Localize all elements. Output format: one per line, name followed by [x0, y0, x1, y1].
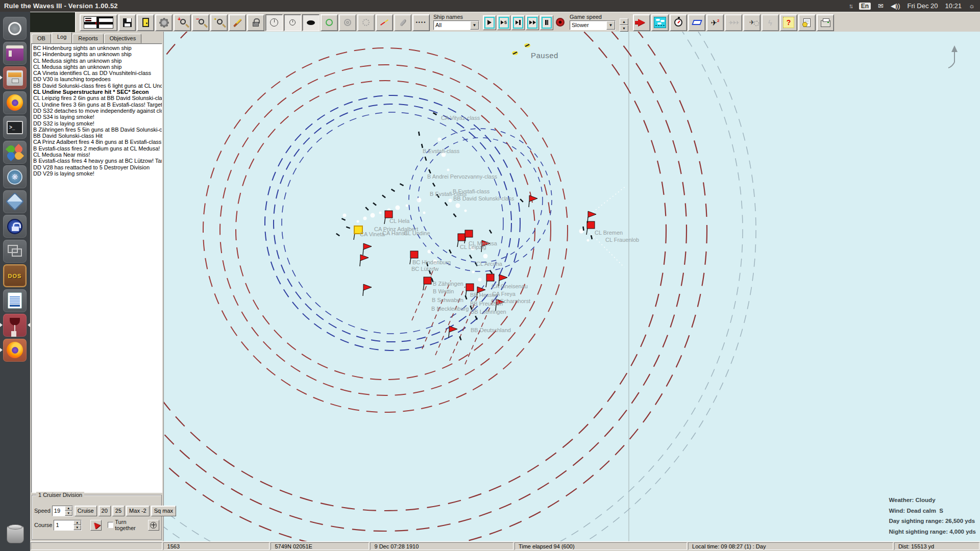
- launcher-item-shutter[interactable]: ❋: [3, 165, 27, 188]
- dotted-circle-button[interactable]: [357, 14, 375, 31]
- launcher-item-workspaces[interactable]: [3, 240, 27, 263]
- air-formation-button[interactable]: ✈✈✈: [725, 14, 742, 31]
- log-entry[interactable]: BC Hindenburg sights an unknown ship: [33, 45, 162, 51]
- report-button[interactable]: [798, 14, 816, 31]
- log-entry[interactable]: BC Hindenburg sights an unknown ship: [33, 51, 162, 57]
- air-strike-button[interactable]: ✈2: [706, 14, 724, 31]
- log-list[interactable]: BC Hindenburg sights an unknown shipBC H…: [31, 43, 162, 493]
- plot-course-button[interactable]: [229, 14, 246, 31]
- map-canvas[interactable]: CA Vityaz-classB Evstafi-classB Andrei P…: [164, 32, 980, 542]
- wind-feather-button[interactable]: [394, 14, 411, 31]
- tab-ob[interactable]: OB: [32, 34, 51, 43]
- run-fast-button[interactable]: [526, 15, 539, 30]
- small-range-rings-button[interactable]: [284, 14, 301, 31]
- green-circle-button[interactable]: [321, 14, 338, 31]
- speed-preset-button-sq-max[interactable]: Sq max: [151, 506, 176, 516]
- speed-up-button[interactable]: ▲: [620, 18, 628, 25]
- log-entry[interactable]: CL Undine fires 3 6in guns at B Evstafi-…: [33, 102, 162, 108]
- german-ensign-button[interactable]: [80, 14, 117, 31]
- run-1-button[interactable]: [483, 15, 496, 30]
- log-entry[interactable]: CA Prinz Adalbert fires 4 8in guns at B …: [33, 139, 162, 145]
- print-button[interactable]: [817, 14, 834, 31]
- log-entry[interactable]: B Zähringen fires 5 5in guns at BB David…: [33, 127, 162, 133]
- run-5-button[interactable]: 5: [497, 15, 510, 30]
- weather-button[interactable]: [651, 14, 669, 31]
- advance-button[interactable]: [633, 14, 650, 31]
- network-icon[interactable]: ↑↓: [849, 3, 852, 9]
- tactical-map[interactable]: CA Vityaz-classB Evstafi-classB Andrei P…: [164, 32, 980, 542]
- chevron-down-icon[interactable]: ▼: [470, 21, 479, 30]
- run-step-button[interactable]: [511, 15, 525, 30]
- tab-reports[interactable]: Reports: [72, 34, 104, 43]
- speed-preset-button-max--2[interactable]: Max -2: [126, 506, 150, 516]
- speed-preset-button-20[interactable]: 20: [99, 506, 111, 516]
- log-entry[interactable]: CA Vineta identifies CL as DD Vnushiteln…: [33, 70, 162, 76]
- log-entry[interactable]: DD S32 is laying smoke!: [33, 120, 162, 127]
- speed-preset-button-cruise[interactable]: Cruise: [75, 506, 97, 516]
- log-entry[interactable]: DD V29 is laying smoke!: [33, 170, 162, 177]
- zoom-out-button[interactable]: −: [192, 14, 209, 31]
- log-entry[interactable]: B Evstafi-class fires 2 medium guns at C…: [33, 145, 162, 152]
- trash[interactable]: [4, 522, 27, 546]
- course-inc-button[interactable]: ▲: [74, 520, 81, 525]
- launcher-item-ubuntu-dash[interactable]: [3, 17, 27, 40]
- launcher-item-dosbox[interactable]: DOS: [3, 264, 27, 287]
- tab-objectives[interactable]: Objectives: [104, 34, 141, 43]
- launcher-item-keepass[interactable]: [3, 215, 27, 238]
- formation-compass-button[interactable]: [148, 520, 160, 531]
- set-course-button[interactable]: [90, 520, 102, 531]
- speed-down-button[interactable]: ▼: [620, 25, 628, 32]
- dots-button[interactable]: ••••: [412, 14, 430, 31]
- course-stepper[interactable]: 1 ▲▼: [54, 520, 81, 531]
- ship-names-dropdown[interactable]: All ▼: [433, 20, 479, 30]
- log-entry[interactable]: CL Undine Superstructure hit * SEC* Seco…: [33, 89, 162, 95]
- help-button[interactable]: ?: [780, 14, 797, 31]
- launcher-item-playonlinux[interactable]: [3, 141, 27, 164]
- double-circle-button[interactable]: [339, 14, 356, 31]
- log-entry[interactable]: B Evstafi-class fires 4 heavy guns at BC…: [33, 158, 162, 164]
- save-button[interactable]: [118, 14, 136, 31]
- log-entry[interactable]: DD S32 detaches to move independently ag…: [33, 108, 162, 114]
- zoom-in-button[interactable]: +: [174, 14, 191, 31]
- log-entry[interactable]: DD S34 is laying smoke!: [33, 114, 162, 120]
- speed-inc-button[interactable]: ▲: [65, 506, 72, 511]
- speed-preset-button-25[interactable]: 25: [112, 506, 125, 516]
- log-entry[interactable]: CL Leipzig fires 2 6in guns at BB David …: [33, 95, 162, 101]
- air-search-button[interactable]: ✈: [743, 14, 761, 31]
- speed-stepper[interactable]: 19 ▲▼: [52, 506, 73, 516]
- log-entry[interactable]: DD V30 is launching torpedoes: [33, 76, 162, 82]
- mail-icon[interactable]: ✉: [878, 3, 884, 9]
- exit-button[interactable]: [137, 14, 154, 31]
- clock-button[interactable]: [670, 14, 687, 31]
- lock-button[interactable]: [247, 14, 264, 31]
- speed-dec-button[interactable]: ▼: [65, 511, 72, 516]
- settings-button[interactable]: [155, 14, 173, 31]
- turn-together-checkbox[interactable]: [108, 522, 113, 528]
- tray-time[interactable]: 10:21: [945, 2, 962, 10]
- launcher-item-files[interactable]: [3, 42, 27, 65]
- range-rings-button[interactable]: [265, 14, 283, 31]
- log-entry[interactable]: DD V28 has reattached to 5 Destroyer Div…: [33, 164, 162, 170]
- log-entry[interactable]: CL Medusa sights an unknown ship: [33, 58, 162, 64]
- launcher-item-wine[interactable]: [3, 314, 27, 337]
- tray-date[interactable]: Fri Dec 20: [908, 2, 938, 10]
- chevron-down-icon[interactable]: ▼: [606, 21, 615, 30]
- launcher-item-writer[interactable]: [3, 289, 27, 312]
- launcher-item-file-cabinet[interactable]: [3, 66, 27, 89]
- game-speed-dropdown[interactable]: Slower ▼: [570, 20, 616, 30]
- course-dec-button[interactable]: ▼: [74, 525, 81, 530]
- launcher-item-firefox-2[interactable]: [3, 339, 27, 362]
- gun-splash-button[interactable]: [376, 14, 393, 31]
- session-gear-icon[interactable]: ☼: [969, 3, 975, 9]
- tab-log[interactable]: Log: [52, 32, 72, 43]
- log-entry[interactable]: BB David Solunski-class Hit: [33, 133, 162, 139]
- eraser-button[interactable]: [688, 14, 705, 31]
- zoom-default-button[interactable]: •: [210, 14, 228, 31]
- launcher-item-firefox[interactable]: [3, 91, 27, 114]
- keyboard-layout-indicator[interactable]: En: [859, 3, 871, 10]
- volume-icon[interactable]: ◀)): [891, 3, 900, 9]
- lightning-button[interactable]: ϟ: [762, 14, 779, 31]
- log-entry[interactable]: CL Medusa sights an unknown ship: [33, 64, 162, 70]
- log-entry[interactable]: BB David Solunski-class fires 6 light gu…: [33, 83, 162, 89]
- pause-button[interactable]: [540, 15, 553, 30]
